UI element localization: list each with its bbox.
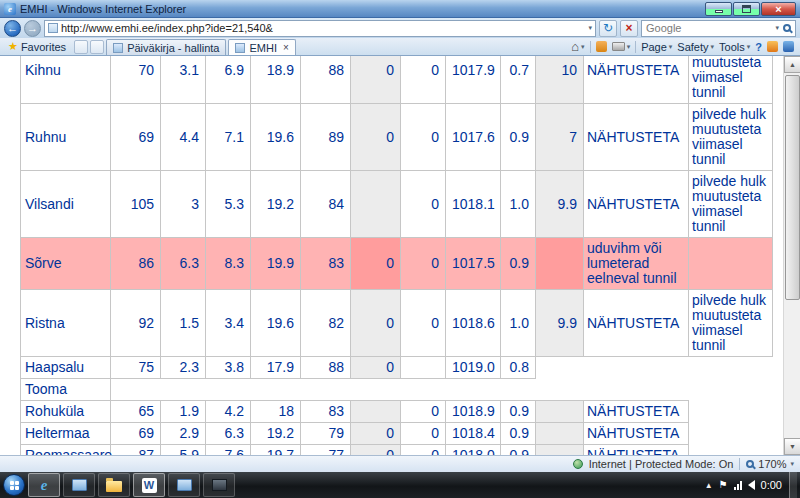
value-cell: 77 [301, 445, 351, 456]
value-cell: 0.9 [501, 104, 536, 171]
value-cell: 0 [351, 445, 401, 456]
divider [635, 41, 636, 53]
addon-icon[interactable] [767, 41, 778, 52]
phenomenon-cell [584, 379, 689, 401]
search-placeholder: Google [646, 22, 771, 34]
back-button[interactable]: ← [4, 20, 21, 37]
value-cell [111, 379, 161, 401]
help-button[interactable]: ? [755, 41, 762, 53]
tab-label: Päiväkirja - hallinta [127, 42, 219, 54]
vertical-scrollbar[interactable]: ▲ ▼ [783, 56, 800, 455]
station-name: Vilsandi [21, 171, 111, 238]
minimize-button[interactable] [705, 2, 732, 16]
value-cell: 6.9 [206, 56, 251, 104]
addon-icon[interactable] [783, 41, 794, 52]
start-button[interactable] [3, 474, 25, 496]
value-cell: 92 [111, 290, 161, 357]
feeds-icon[interactable] [596, 41, 607, 52]
quick-tabs-button[interactable] [90, 40, 104, 54]
stop-button[interactable]: × [620, 20, 638, 37]
phenomenon-cell [689, 357, 773, 379]
network-icon[interactable] [734, 481, 742, 490]
value-cell: 0 [351, 357, 401, 379]
address-bar: ← → http://www.emhi.ee/index.php?ide=21,… [0, 18, 800, 38]
value-cell: 0 [401, 238, 446, 290]
tab-paivakirja[interactable]: Päiväkirja - hallinta [106, 39, 226, 55]
suggested-sites-button[interactable] [74, 40, 88, 54]
search-dropdown-icon[interactable]: ▾ [775, 24, 779, 32]
page-content: Kihnu703.16.918.988001017.90.710NÄHTUSTE… [0, 56, 800, 455]
phenomenon-cell: NÄHTUSTETA [584, 401, 689, 423]
taskbar-button-app[interactable] [63, 473, 95, 497]
home-icon: ⌂ [571, 41, 579, 53]
phenomenon-cell: NÄHTUSTETA [584, 290, 689, 357]
value-cell [351, 401, 401, 423]
value-cell: 19.6 [251, 104, 301, 171]
scroll-down-button[interactable]: ▼ [784, 438, 800, 455]
search-input[interactable]: Google ▾ [641, 20, 796, 37]
value-cell: 5.3 [206, 171, 251, 238]
station-name: Heltermaa [21, 423, 111, 445]
refresh-button[interactable]: ↻ [599, 20, 617, 37]
value-cell: 6.3 [161, 238, 206, 290]
value-cell: 4.4 [161, 104, 206, 171]
value-cell: 87 [111, 445, 161, 456]
value-cell: 69 [111, 104, 161, 171]
phenomenon-cell [584, 357, 689, 379]
value-cell: 0 [351, 238, 401, 290]
taskbar-button-ie[interactable]: e [28, 473, 60, 497]
tools-menu[interactable]: Tools ▾ [719, 41, 750, 53]
tab-close-icon[interactable]: × [281, 42, 289, 53]
tab-emhi[interactable]: EMHI × [228, 39, 295, 55]
address-input[interactable]: http://www.emhi.ee/index.php?ide=21,540&… [44, 20, 596, 37]
show-desktop-button[interactable] [789, 472, 797, 498]
value-cell [536, 379, 584, 401]
back-icon: ← [7, 22, 18, 34]
value-cell: 1.0 [501, 171, 536, 238]
action-center-icon[interactable]: ⚑ [719, 480, 728, 490]
search-icon[interactable] [783, 24, 791, 32]
value-cell [536, 238, 584, 290]
value-cell: 0.9 [501, 238, 536, 290]
ie-window-icon: e [4, 3, 16, 15]
phenomenon-cell: pilvede hulk muutusteta viimasel tunnil [689, 56, 773, 104]
taskbar-button-app[interactable] [168, 473, 200, 497]
maximize-button[interactable] [733, 2, 760, 16]
scroll-up-icon: ▲ [789, 61, 796, 68]
security-zone-icon [573, 459, 583, 469]
close-button[interactable]: × [761, 2, 796, 16]
window-icon [177, 479, 192, 491]
value-cell: 9.9 [536, 171, 584, 238]
print-button[interactable]: ▾ [612, 42, 631, 51]
station-name: Roomassaare [21, 445, 111, 456]
safety-menu[interactable]: Safety ▾ [677, 41, 714, 53]
scrollbar-thumb[interactable] [785, 75, 800, 300]
taskbar-button-explorer[interactable] [98, 473, 130, 497]
windows-logo-icon [10, 481, 14, 485]
scroll-up-button[interactable]: ▲ [784, 56, 800, 73]
value-cell: 70 [111, 56, 161, 104]
tray-expand-icon[interactable]: ▲ [705, 481, 713, 490]
value-cell: 2.9 [161, 423, 206, 445]
taskbar-button-word[interactable]: W [133, 473, 165, 497]
taskbar-clock[interactable]: 0:00 [761, 479, 782, 491]
value-cell: 7.6 [206, 445, 251, 456]
taskbar-button-app[interactable] [203, 473, 235, 497]
command-bar: ⌂ ▾ ▾ Page ▾ Safety ▾ Tools ▾ ? [567, 38, 798, 55]
chevron-down-icon: ▾ [711, 43, 715, 51]
table-row: Heltermaa692.96.319.279001018.40.9NÄHTUS… [21, 423, 773, 445]
zoom-control[interactable]: 170% ▾ [746, 458, 794, 470]
address-dropdown-icon[interactable]: ▾ [588, 24, 592, 32]
value-cell [536, 401, 584, 423]
value-cell: 69 [111, 423, 161, 445]
phenomenon-cell [689, 238, 773, 290]
value-cell: 1.5 [161, 290, 206, 357]
table-row: Haapsalu752.33.817.98801019.00.8 [21, 357, 773, 379]
home-button[interactable]: ⌂ ▾ [571, 41, 584, 53]
page-menu[interactable]: Page ▾ [641, 41, 672, 53]
volume-icon[interactable] [748, 480, 755, 490]
system-tray: ▲ ⚑ 0:00 [705, 479, 786, 491]
favorites-button[interactable]: ★ Favorites [2, 38, 72, 55]
weather-table: Kihnu703.16.918.988001017.90.710NÄHTUSTE… [20, 56, 773, 455]
forward-button[interactable]: → [24, 20, 41, 37]
